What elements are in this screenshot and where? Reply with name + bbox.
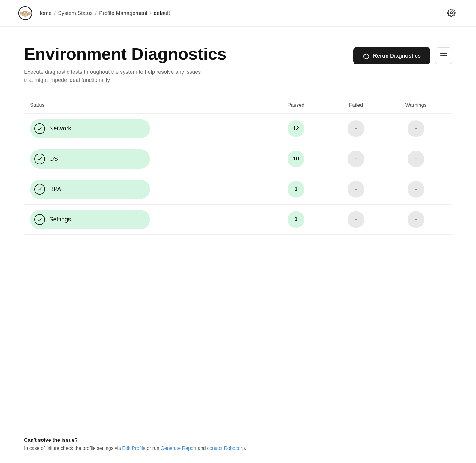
failed-badge-os: - <box>348 151 364 167</box>
svg-point-5 <box>23 12 24 13</box>
generate-report-link[interactable]: Generate Report <box>161 446 196 451</box>
breadcrumb-system-status[interactable]: System Status <box>58 10 93 16</box>
status-label-network: Network <box>49 125 71 132</box>
svg-point-12 <box>26 14 26 15</box>
status-badge-network: Network <box>30 119 150 138</box>
passed-cell-os: 10 <box>266 151 326 167</box>
page-description: Execute diagnostic tests throughout the … <box>24 68 204 84</box>
passed-cell-network: 12 <box>266 120 326 137</box>
failed-cell-network: - <box>326 120 386 137</box>
svg-point-13 <box>450 12 453 14</box>
footer-prefix: In case of failure check the profile set… <box>24 446 122 451</box>
warnings-badge-network: - <box>408 120 424 137</box>
warnings-cell-os: - <box>386 151 446 167</box>
diagnostics-table: Status Passed Failed Warnings Network <box>24 102 452 235</box>
footer-description: In case of failure check the profile set… <box>24 446 452 451</box>
status-badge-rpa: RPA <box>30 180 150 199</box>
page-title: Environment Diagnostics <box>24 45 353 63</box>
status-badge-os: OS <box>30 149 150 169</box>
rerun-icon <box>363 52 369 59</box>
breadcrumb-home[interactable]: Home <box>37 10 52 16</box>
warnings-badge-os: - <box>408 151 424 167</box>
warnings-cell-network: - <box>386 120 446 137</box>
table-header: Status Passed Failed Warnings <box>24 102 452 114</box>
status-cell-settings: Settings <box>30 210 266 229</box>
col-header-status: Status <box>30 102 266 108</box>
failed-cell-settings: - <box>326 211 386 228</box>
status-label-os: OS <box>49 155 58 162</box>
warnings-cell-rpa: - <box>386 181 446 198</box>
breadcrumb-current: default <box>154 10 170 16</box>
gear-icon <box>447 9 456 17</box>
passed-badge-network: 12 <box>288 120 304 137</box>
page-header: Environment Diagnostics Execute diagnost… <box>24 45 452 84</box>
table-body: Network 12 - - <box>24 114 452 235</box>
page-header-left: Environment Diagnostics Execute diagnost… <box>24 45 353 84</box>
passed-cell-settings: 1 <box>266 211 326 228</box>
status-cell-rpa: RPA <box>30 180 266 199</box>
status-label-settings: Settings <box>49 216 71 223</box>
passed-cell-rpa: 1 <box>266 181 326 198</box>
failed-badge-rpa: - <box>348 181 364 198</box>
logo-icon <box>18 6 32 20</box>
passed-badge-os: 10 <box>288 151 304 167</box>
footer-or-run: or run <box>146 446 161 451</box>
footer-suffix: . <box>245 446 246 451</box>
svg-point-6 <box>26 12 27 13</box>
nav-left: Home / System Status / Profile Managemen… <box>18 6 170 20</box>
status-cell-network: Network <box>30 119 266 138</box>
breadcrumb-profile-management[interactable]: Profile Management <box>99 10 147 16</box>
page-header-actions: Rerun Diagnostics <box>353 47 452 64</box>
check-icon-network <box>34 123 45 134</box>
breadcrumb-sep-1: / <box>54 10 56 16</box>
footer-and: and <box>197 446 207 451</box>
cant-solve-label: Can't solve the issue? <box>24 437 452 443</box>
warnings-cell-settings: - <box>386 211 446 228</box>
passed-badge-rpa: 1 <box>288 181 304 198</box>
check-icon-os <box>34 154 45 164</box>
menu-line-1 <box>440 53 447 54</box>
warnings-badge-settings: - <box>408 211 424 228</box>
warnings-badge-rpa: - <box>408 181 424 198</box>
main-content: Environment Diagnostics Execute diagnost… <box>0 27 476 253</box>
page-footer: Can't solve the issue? In case of failur… <box>0 425 476 463</box>
table-row-network[interactable]: Network 12 - - <box>24 114 452 144</box>
breadcrumb-sep-2: / <box>95 10 97 16</box>
passed-badge-settings: 1 <box>288 211 304 228</box>
failed-cell-rpa: - <box>326 181 386 198</box>
failed-badge-network: - <box>348 120 364 137</box>
svg-point-9 <box>20 12 22 14</box>
svg-point-10 <box>29 12 30 14</box>
edit-profile-link[interactable]: Edit Profile <box>122 446 145 451</box>
nav-right <box>445 6 458 20</box>
col-header-passed: Passed <box>266 102 326 108</box>
failed-badge-settings: - <box>348 211 364 228</box>
status-label-rpa: RPA <box>49 186 61 193</box>
settings-button[interactable] <box>445 6 458 20</box>
menu-line-2 <box>440 55 447 56</box>
rerun-diagnostics-button[interactable]: Rerun Diagnostics <box>353 47 430 64</box>
contact-link[interactable]: contact Robocorp <box>207 446 245 451</box>
table-row-rpa[interactable]: RPA 1 - - <box>24 174 452 205</box>
col-header-failed: Failed <box>326 102 386 108</box>
breadcrumb: Home / System Status / Profile Managemen… <box>37 10 170 16</box>
check-icon-settings <box>34 214 45 225</box>
nav-bar: Home / System Status / Profile Managemen… <box>0 0 476 27</box>
table-row-os[interactable]: OS 10 - - <box>24 144 452 174</box>
menu-line-3 <box>440 58 447 58</box>
failed-cell-os: - <box>326 151 386 167</box>
svg-point-11 <box>24 14 25 15</box>
status-badge-settings: Settings <box>30 210 150 229</box>
table-row-settings[interactable]: Settings 1 - - <box>24 205 452 235</box>
col-header-warnings: Warnings <box>386 102 446 108</box>
check-icon-rpa <box>34 184 45 195</box>
breadcrumb-sep-3: / <box>150 10 151 16</box>
menu-button[interactable] <box>435 47 452 64</box>
rerun-button-label: Rerun Diagnostics <box>373 53 421 59</box>
status-cell-os: OS <box>30 149 266 169</box>
